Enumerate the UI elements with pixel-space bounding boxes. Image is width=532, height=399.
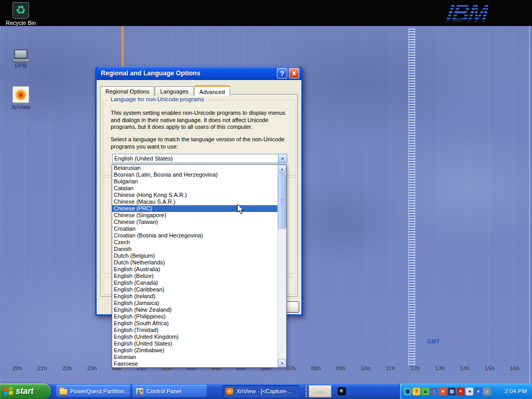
- tray-icon-volume[interactable]: ◄: [466, 388, 473, 395]
- close-button[interactable]: ×: [289, 68, 299, 78]
- deskband-panel[interactable]: ----: [309, 385, 331, 397]
- dropdown-item[interactable]: English (United States): [112, 340, 277, 347]
- dropdown-item[interactable]: Catalan: [112, 185, 277, 192]
- scroll-up-button[interactable]: ▲: [278, 165, 286, 173]
- dropdown-item[interactable]: Chinese (Singapore): [112, 212, 277, 219]
- dropdown-item[interactable]: Chinese (PRC): [112, 205, 277, 212]
- recycle-bin-label: Recycle Bin: [4, 20, 37, 26]
- dropdown-item[interactable]: Danish: [112, 246, 277, 252]
- gmt-label: GMT: [427, 338, 440, 344]
- combobox-dropdown-button[interactable]: ▼: [278, 154, 287, 163]
- dpb-desktop-icon[interactable]: DPB: [4, 45, 37, 69]
- dialog-titlebar[interactable]: Regional and Language Options ? ×: [97, 66, 301, 80]
- dropdown-item[interactable]: English (Philippines): [112, 313, 277, 320]
- timezone-label: 23h: [87, 365, 97, 371]
- dropdown-item[interactable]: Croatian: [112, 225, 277, 232]
- task-icon: [136, 388, 144, 395]
- taskbar-task-button[interactable]: XnView - [<Capture-...: [222, 385, 299, 397]
- timezone-label: 07h: [286, 365, 296, 371]
- start-button[interactable]: start: [0, 383, 51, 399]
- dropdown-item[interactable]: English (Ireland): [112, 293, 277, 300]
- combobox-value: English (United States): [113, 155, 278, 162]
- dropdown-item[interactable]: English (Canada): [112, 280, 277, 286]
- tray-icon-network[interactable]: ↕: [430, 388, 438, 395]
- dropdown-item[interactable]: Belarusian: [112, 165, 277, 171]
- dropdown-item[interactable]: Chinese (Hong Kong S.A.R.): [112, 192, 277, 198]
- dropdown-item[interactable]: Faeroese: [112, 361, 277, 367]
- start-label: start: [16, 387, 34, 396]
- mouse-cursor: [237, 204, 244, 215]
- screen: ♻ Recycle Bin IBM 20h21h22h23h00h01h02h0…: [0, 0, 532, 399]
- system-tray: ▦?▲↕■▦×◄●♪ 2:04 PM: [399, 383, 532, 399]
- dropdown-item[interactable]: Bulgarian: [112, 178, 277, 185]
- dropdown-item[interactable]: English (Trinidad): [112, 327, 277, 334]
- dpb-label: DPB: [4, 62, 37, 69]
- taskbar: start PowerQuest Partition... Control Pa…: [0, 383, 532, 399]
- taskbar-task-button[interactable]: PowerQuest Partition...: [56, 385, 130, 397]
- groupbox-title: Language for non-Unicode programs: [109, 96, 206, 102]
- laptop-icon: [12, 45, 29, 61]
- task-icon: [225, 388, 234, 395]
- tray-icon-task[interactable]: ■: [439, 388, 447, 395]
- deskband-drag-handle[interactable]: [305, 385, 307, 397]
- dropdown-item[interactable]: English (Jamaica): [112, 300, 277, 307]
- timezone-label: 10h: [361, 365, 370, 371]
- timezone-label: 13h: [435, 365, 445, 371]
- windows-flag-icon: [4, 387, 13, 396]
- dropdown-item[interactable]: Chinese (Taiwan): [112, 219, 277, 225]
- recycle-bin-desktop-icon[interactable]: ♻ Recycle Bin: [4, 2, 37, 26]
- timezone-label: 09h: [336, 365, 345, 371]
- timezone-label: 15h: [485, 365, 495, 371]
- dropdown-item[interactable]: English (New Zealand): [112, 307, 277, 313]
- timezone-label: 22h: [62, 365, 72, 371]
- dropdown-item[interactable]: Dutch (Belgium): [112, 252, 277, 259]
- deskband-icon-area[interactable]: [331, 385, 352, 397]
- tab[interactable]: Regional Options: [100, 86, 154, 96]
- tray-icon-misc[interactable]: ♪: [483, 388, 491, 395]
- language-combobox[interactable]: English (United States) ▼: [112, 154, 287, 163]
- tray-icon-grid[interactable]: ▦: [448, 388, 456, 395]
- xnview-label: XnView: [4, 104, 37, 110]
- recycle-bin-icon: ♻: [12, 2, 29, 19]
- tray-icon-updates[interactable]: ▲: [421, 388, 429, 395]
- dropdown-item[interactable]: English (South Africa): [112, 320, 277, 327]
- groupbox-instruction: Select a language to match the language …: [111, 136, 289, 150]
- tab[interactable]: Advanced: [194, 85, 230, 96]
- dropdown-item[interactable]: Bosnian (Latin, Bosnia and Herzegovina): [112, 171, 277, 178]
- dropdown-item[interactable]: Croatian (Bosnia and Herzegovina): [112, 232, 277, 239]
- tray-icon-error[interactable]: ×: [457, 388, 464, 395]
- tray-icon-app[interactable]: ●: [474, 388, 482, 395]
- dropdown-item[interactable]: English (Belize): [112, 273, 277, 280]
- tab[interactable]: Languages: [155, 86, 193, 96]
- taskbar-task-button[interactable]: Control Panel: [132, 385, 207, 397]
- dateline-hatch-band: [408, 29, 415, 366]
- tray-icon-display[interactable]: ▦: [404, 388, 411, 395]
- dropdown-item[interactable]: English (Zimbabwe): [112, 347, 277, 354]
- tray-icon-alert[interactable]: ?: [413, 388, 420, 395]
- dropdown-item[interactable]: Dutch (Netherlands): [112, 259, 277, 266]
- dropdown-scrollbar[interactable]: ▲ ▼: [277, 165, 286, 367]
- scrollbar-thumb[interactable]: [278, 174, 286, 229]
- scroll-down-button[interactable]: ▼: [278, 359, 286, 367]
- dropdown-item[interactable]: English (Caribbean): [112, 286, 277, 293]
- dialog-title: Regional and Language Options: [101, 70, 275, 77]
- dropdown-item[interactable]: English (United Kingdom): [112, 334, 277, 340]
- top-band: ♻ Recycle Bin IBM: [0, 0, 532, 26]
- help-button[interactable]: ?: [277, 68, 287, 78]
- dropdown-item[interactable]: English (Australia): [112, 266, 277, 273]
- timezone-label: 21h: [37, 365, 47, 371]
- taskbar-tasks: PowerQuest Partition... Control Panel Xn…: [56, 385, 301, 397]
- ibm-logo: IBM: [445, 0, 489, 26]
- clock[interactable]: 2:04 PM: [504, 388, 527, 394]
- map-right-edge-line: [529, 26, 530, 383]
- dropdown-item[interactable]: Czech: [112, 239, 277, 246]
- timezone-label: 08h: [311, 365, 321, 371]
- timezone-label: 16h: [510, 365, 520, 371]
- dropdown-item[interactable]: Chinese (Macau S.A.R.): [112, 198, 277, 205]
- dark-round-icon[interactable]: [338, 387, 346, 395]
- groupbox-description: This system setting enables non-Unicode …: [111, 110, 289, 131]
- tray-icons: ▦?▲↕■▦×◄●♪: [404, 388, 492, 395]
- xnview-desktop-icon[interactable]: XnView: [4, 86, 37, 110]
- dropdown-item[interactable]: Estonian: [112, 354, 277, 361]
- language-dropdown-list[interactable]: ▲ ▼ BelarusianBosnian (Latin, Bosnia and…: [112, 164, 287, 368]
